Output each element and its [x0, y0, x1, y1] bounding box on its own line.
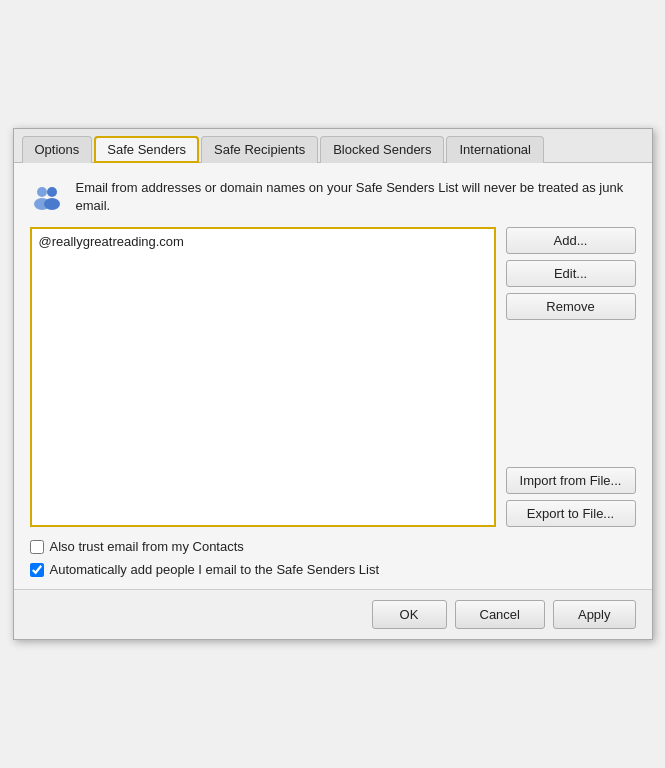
trust-contacts-checkbox[interactable]: [30, 540, 44, 554]
action-buttons: Add... Edit... Remove Import from File..…: [506, 227, 636, 527]
apply-button[interactable]: Apply: [553, 600, 636, 629]
description-row: Email from addresses or domain names on …: [30, 179, 636, 215]
tab-international[interactable]: International: [446, 136, 544, 163]
remove-button[interactable]: Remove: [506, 293, 636, 320]
trust-contacts-label: Also trust email from my Contacts: [50, 539, 244, 554]
checkboxes-area: Also trust email from my Contacts Automa…: [30, 539, 636, 577]
cancel-button[interactable]: Cancel: [455, 600, 545, 629]
svg-point-2: [47, 187, 57, 197]
ok-button[interactable]: OK: [372, 600, 447, 629]
safe-senders-list[interactable]: @reallygreatreading.com: [30, 227, 496, 527]
svg-point-0: [37, 187, 47, 197]
add-button[interactable]: Add...: [506, 227, 636, 254]
tab-bar: Options Safe Senders Safe Recipients Blo…: [14, 129, 652, 163]
auto-add-label: Automatically add people I email to the …: [50, 562, 380, 577]
export-button[interactable]: Export to File...: [506, 500, 636, 527]
tab-blocked-senders[interactable]: Blocked Senders: [320, 136, 444, 163]
junk-email-options-dialog: Options Safe Senders Safe Recipients Blo…: [13, 128, 653, 640]
tab-safe-recipients[interactable]: Safe Recipients: [201, 136, 318, 163]
import-button[interactable]: Import from File...: [506, 467, 636, 494]
auto-add-row[interactable]: Automatically add people I email to the …: [30, 562, 636, 577]
description-text: Email from addresses or domain names on …: [76, 179, 636, 215]
svg-point-3: [44, 198, 60, 210]
dialog-footer: OK Cancel Apply: [14, 589, 652, 639]
tab-safe-senders[interactable]: Safe Senders: [94, 136, 199, 163]
auto-add-checkbox[interactable]: [30, 563, 44, 577]
tab-content: Email from addresses or domain names on …: [14, 163, 652, 589]
main-area: @reallygreatreading.com Add... Edit... R…: [30, 227, 636, 527]
tab-options[interactable]: Options: [22, 136, 93, 163]
people-icon: [30, 179, 66, 215]
trust-contacts-row[interactable]: Also trust email from my Contacts: [30, 539, 636, 554]
edit-button[interactable]: Edit...: [506, 260, 636, 287]
list-item[interactable]: @reallygreatreading.com: [35, 232, 188, 251]
